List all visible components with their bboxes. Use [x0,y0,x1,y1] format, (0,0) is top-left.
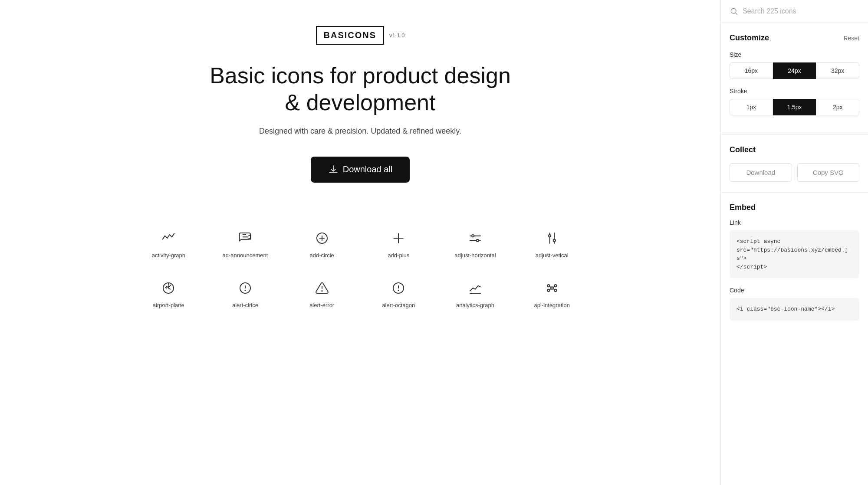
svg-point-12 [553,239,555,241]
icons-grid: activity-graph ad-announcement add-circl… [130,217,590,317]
reset-button[interactable]: Reset [843,35,859,42]
embed-section: Embed Link <script asyncsrc="https://bas… [721,193,868,340]
icon-item-airport-plane[interactable]: airport-plane [130,267,207,317]
icon-label-api-integration: api-integration [534,302,569,308]
icon-label-analytics-graph: analytics-graph [456,302,494,308]
ad-announcement-icon [238,231,252,245]
version-badge: v1.1.0 [389,32,404,39]
icon-label-adjust-horizontal: adjust-horizontal [454,252,496,259]
svg-point-11 [549,235,551,237]
stroke-label: Stroke [730,88,859,95]
search-input[interactable] [743,7,859,15]
alert-octagon-icon [391,281,405,295]
size-label: Size [730,51,859,58]
download-all-label: Download all [343,164,393,174]
icon-label-add-plus: add-plus [388,252,409,259]
embed-code-snippet: <i class="bsc-icon-name"></i> [730,298,859,321]
search-icon [730,7,738,16]
size-16px-button[interactable]: 16px [730,62,773,79]
stroke-button-group: 1px 1.5px 2px [730,99,859,115]
download-all-icon [328,164,339,175]
svg-line-28 [549,286,551,288]
collect-header: Collect [730,145,859,154]
icon-item-adjust-horizontal[interactable]: adjust-horizontal [437,217,514,267]
analytics-graph-icon [468,281,482,295]
icon-item-alert-octagon[interactable]: alert-octagon [360,267,437,317]
icon-label-activity-graph: activity-graph [152,252,185,259]
svg-point-32 [731,8,736,13]
icon-label-alert-octagon: alert-octagon [382,302,415,308]
svg-point-16 [245,290,245,290]
copy-svg-button[interactable]: Copy SVG [797,163,860,182]
airport-plane-icon [161,281,175,295]
hero-title: Basic icons for product design & develop… [208,62,512,116]
icon-item-adjust-vertical[interactable]: adjust-vetical [513,217,590,267]
embed-title: Embed [730,203,756,212]
icon-item-alert-error[interactable]: alert-error [283,267,360,317]
customize-section: Customize Reset Size 16px 24px 32px Stro… [721,23,868,135]
icon-item-ad-announcement[interactable]: ad-announcement [207,217,284,267]
svg-line-30 [549,288,551,290]
add-plus-icon [391,231,405,245]
collect-title: Collect [730,145,756,154]
size-button-group: 16px 24px 32px [730,62,859,79]
svg-point-18 [322,291,322,291]
svg-line-29 [553,286,554,288]
api-integration-icon [545,281,559,295]
icon-item-analytics-graph[interactable]: analytics-graph [437,267,514,317]
svg-point-7 [472,235,474,237]
svg-point-8 [477,239,479,241]
logo-container: BASICONS v1.1.0 [316,26,405,45]
embed-link-code: <script asyncsrc="https://basicons.xyz/e… [730,230,859,278]
download-all-button[interactable]: Download all [311,157,410,183]
customize-header: Customize Reset [730,33,859,43]
size-24px-button[interactable]: 24px [773,62,816,79]
icon-label-adjust-vertical: adjust-vetical [536,252,569,259]
collect-buttons: Download Copy SVG [730,163,859,182]
alert-circle-icon [238,281,252,295]
embed-code-label: Code [730,287,859,294]
adjust-horizontal-icon [468,231,482,245]
main-content: BASICONS v1.1.0 Basic icons for product … [0,0,720,485]
add-circle-icon [315,231,329,245]
icon-label-alert-error: alert-error [309,302,334,308]
icon-item-add-plus[interactable]: add-plus [360,217,437,267]
icon-label-alert-circle: alert-cirlce [232,302,258,308]
svg-line-31 [553,288,554,290]
adjust-vertical-icon [545,231,559,245]
icon-label-airport-plane: airport-plane [153,302,184,308]
stroke-2px-button[interactable]: 2px [816,99,859,115]
icon-item-add-circle[interactable]: add-circle [283,217,360,267]
icon-label-add-circle: add-circle [309,252,334,259]
svg-line-33 [736,13,737,15]
icon-item-activity-graph[interactable]: activity-graph [130,217,207,267]
activity-graph-icon [161,231,175,245]
icon-label-ad-announcement: ad-announcement [223,252,268,259]
icon-item-alert-circle[interactable]: alert-cirlce [207,267,284,317]
download-button[interactable]: Download [730,163,792,182]
icon-item-api-integration[interactable]: api-integration [513,267,590,317]
svg-point-21 [398,290,399,290]
embed-link-label: Link [730,219,859,226]
alert-error-icon [315,281,329,295]
search-bar [721,0,868,23]
collect-section: Collect Download Copy SVG [721,135,868,193]
hero-subtitle: Designed with care & precision. Updated … [259,127,461,136]
logo: BASICONS [316,26,385,45]
sidebar: Customize Reset Size 16px 24px 32px Stro… [720,0,868,485]
customize-title: Customize [730,33,769,43]
size-32px-button[interactable]: 32px [816,62,859,79]
stroke-1-5px-button[interactable]: 1.5px [773,99,816,115]
stroke-1px-button[interactable]: 1px [730,99,773,115]
